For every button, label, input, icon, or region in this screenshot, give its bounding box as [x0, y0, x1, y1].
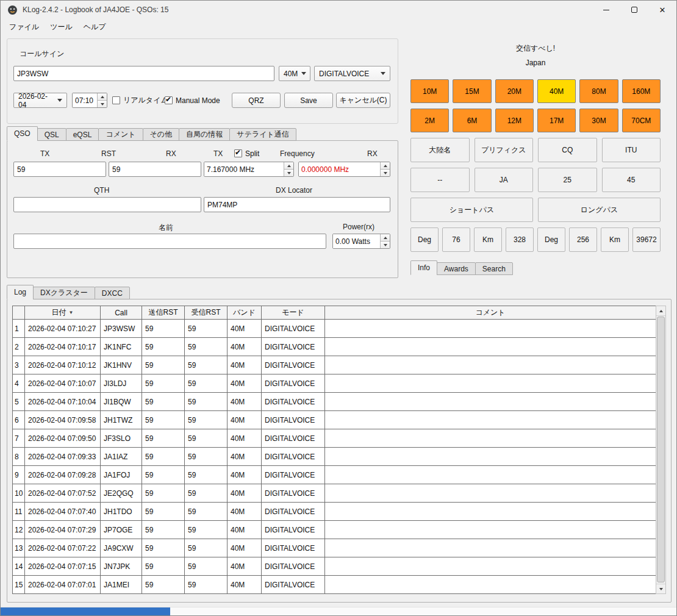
maximize-button[interactable]	[620, 1, 648, 19]
dx-tab-1[interactable]: Awards	[437, 262, 476, 275]
freq-rx-spinner[interactable]	[298, 162, 390, 177]
dx-info-button-1[interactable]: プリフィクス	[475, 138, 534, 162]
band-button-12m[interactable]: 12M	[495, 109, 534, 132]
row-number[interactable]: 15	[13, 576, 25, 594]
qso-tab-6[interactable]: サテライト通信	[229, 128, 296, 141]
log-column-header-5[interactable]: モード	[262, 306, 325, 320]
qso-tab-4[interactable]: その他	[143, 128, 180, 141]
log-scrollbar[interactable]	[656, 306, 666, 594]
minimize-button[interactable]	[592, 1, 620, 19]
table-row[interactable]: 32026-02-04 07:10:12JK1HNV595940MDIGITAL…	[13, 356, 656, 374]
band-select[interactable]: 40M	[279, 66, 310, 81]
band-button-80m[interactable]: 80M	[579, 79, 618, 103]
realtime-checkbox[interactable]: リアルタイム	[112, 95, 168, 106]
log-column-header-4[interactable]: バンド	[227, 306, 262, 320]
row-number[interactable]: 5	[13, 393, 25, 411]
power-decrement-button[interactable]	[381, 241, 390, 248]
row-number[interactable]: 8	[13, 448, 25, 466]
band-button-6m[interactable]: 6M	[453, 109, 491, 132]
dx-tab-0[interactable]: Info	[410, 260, 437, 275]
table-row[interactable]: 42026-02-04 07:10:07JI3LDJ595940MDIGITAL…	[13, 374, 656, 393]
manual-mode-checkbox[interactable]: Manual Mode	[165, 95, 220, 106]
row-number[interactable]: 4	[13, 374, 25, 393]
table-row[interactable]: 152026-02-04 07:07:01JA1MEI595940MDIGITA…	[13, 576, 656, 594]
qso-tab-0[interactable]: QSO	[7, 126, 38, 141]
path-button-0[interactable]: ショートパス	[410, 198, 533, 222]
table-row[interactable]: 12026-02-04 07:10:27JP3WSW595940MDIGITAL…	[13, 320, 656, 338]
dx-locator-input[interactable]	[204, 197, 390, 212]
mode-select[interactable]: DIGITALVOICE	[314, 66, 390, 81]
menu-item-0[interactable]: ファイル	[4, 20, 45, 35]
band-button-2m[interactable]: 2M	[410, 109, 449, 132]
split-checkbox[interactable]: Split	[234, 148, 259, 159]
log-column-header-3[interactable]: 受信RST	[185, 306, 227, 320]
row-number[interactable]: 12	[13, 521, 25, 539]
row-number[interactable]: 2	[13, 338, 25, 356]
row-number[interactable]: 6	[13, 411, 25, 429]
band-button-17m[interactable]: 17M	[537, 109, 576, 132]
table-row[interactable]: 92026-02-04 07:09:28JA1FOJ595940MDIGITAL…	[13, 466, 656, 484]
dx-info-button-2[interactable]: CQ	[538, 138, 597, 162]
date-select[interactable]: 2026-02-04	[13, 93, 67, 108]
menu-item-2[interactable]: ヘルプ	[78, 20, 112, 35]
path-button-1[interactable]: ロングパス	[538, 198, 661, 222]
qth-input[interactable]	[13, 197, 201, 212]
table-row[interactable]: 142026-02-04 07:07:15JN7JPK595940MDIGITA…	[13, 557, 656, 576]
dx-tab-2[interactable]: Search	[475, 262, 513, 275]
row-number[interactable]: 14	[13, 557, 25, 576]
freq-rx-decrement-button[interactable]	[381, 169, 390, 176]
row-number[interactable]: 3	[13, 356, 25, 374]
time-increment-button[interactable]	[98, 93, 107, 100]
log-column-header-0[interactable]: 日付▼	[25, 306, 101, 320]
qso-tab-5[interactable]: 自局の情報	[179, 128, 230, 141]
scroll-thumb[interactable]	[657, 317, 665, 582]
band-button-40m[interactable]: 40M	[537, 79, 576, 103]
power-increment-button[interactable]	[381, 234, 390, 241]
log-tab-2[interactable]: DXCC	[95, 287, 130, 299]
freq-tx-decrement-button[interactable]	[284, 169, 293, 176]
log-tab-1[interactable]: DXクラスター	[33, 287, 95, 299]
table-row[interactable]: 52026-02-04 07:10:04JI1BQW595940MDIGITAL…	[13, 393, 656, 411]
log-column-header-6[interactable]: コメント	[325, 306, 656, 320]
qso-tab-1[interactable]: QSL	[37, 128, 66, 141]
power-spinner[interactable]	[332, 234, 390, 249]
cancel-button[interactable]: キャンセル(C)	[336, 93, 390, 108]
power-input[interactable]	[333, 234, 380, 248]
time-decrement-button[interactable]	[98, 100, 107, 107]
freq-tx-spinner[interactable]	[204, 162, 294, 177]
band-button-160m[interactable]: 160M	[622, 79, 661, 103]
table-row[interactable]: 22026-02-04 07:10:17JK1NFC595940MDIGITAL…	[13, 338, 656, 356]
scroll-down-button[interactable]	[656, 584, 665, 593]
freq-tx-increment-button[interactable]	[284, 162, 293, 169]
time-input[interactable]	[73, 93, 97, 107]
row-number[interactable]: 7	[13, 429, 25, 448]
row-number[interactable]: 1	[13, 320, 25, 338]
table-row[interactable]: 82026-02-04 07:09:33JA1IAZ595940MDIGITAL…	[13, 448, 656, 466]
dx-info-button-3[interactable]: ITU	[602, 138, 661, 162]
table-row[interactable]: 132026-02-04 07:07:22JA9CXW595940MDIGITA…	[13, 539, 656, 557]
log-column-header-2[interactable]: 送信RST	[142, 306, 185, 320]
time-spinner[interactable]	[72, 93, 107, 108]
band-button-15m[interactable]: 15M	[453, 79, 491, 103]
qso-tab-2[interactable]: eQSL	[66, 128, 99, 141]
freq-rx-increment-button[interactable]	[381, 162, 390, 169]
band-button-70cm[interactable]: 70CM	[622, 109, 661, 132]
rst-tx-input[interactable]	[13, 162, 106, 177]
row-number[interactable]: 10	[13, 484, 25, 503]
row-number[interactable]: 9	[13, 466, 25, 484]
menu-item-1[interactable]: ツール	[45, 20, 78, 35]
table-row[interactable]: 62026-02-04 07:09:58JH1TWZ595940MDIGITAL…	[13, 411, 656, 429]
table-row[interactable]: 112026-02-04 07:07:40JH1TDO595940MDIGITA…	[13, 503, 656, 521]
freq-rx-input[interactable]	[299, 162, 380, 176]
log-column-header-1[interactable]: Call	[101, 306, 142, 320]
callsign-input[interactable]	[13, 66, 274, 81]
name-input[interactable]	[13, 234, 326, 249]
table-row[interactable]: 72026-02-04 07:09:50JF3SLO595940MDIGITAL…	[13, 429, 656, 448]
band-button-30m[interactable]: 30M	[579, 109, 618, 132]
save-button[interactable]: Save	[284, 93, 333, 108]
table-row[interactable]: 102026-02-04 07:07:52JE2QGQ595940MDIGITA…	[13, 484, 656, 503]
table-row[interactable]: 122026-02-04 07:07:29JP7OGE595940MDIGITA…	[13, 521, 656, 539]
scroll-up-button[interactable]	[656, 306, 665, 316]
log-tab-0[interactable]: Log	[7, 285, 34, 299]
band-button-10m[interactable]: 10M	[410, 79, 449, 103]
